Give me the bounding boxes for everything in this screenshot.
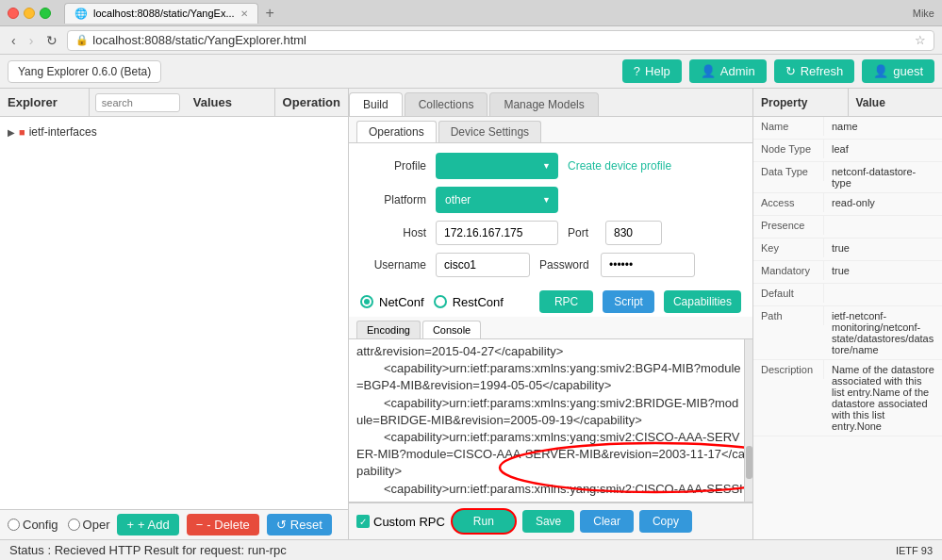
password-input[interactable]	[601, 253, 695, 277]
close-button[interactable]	[8, 8, 19, 19]
oper-radio-label[interactable]: Oper	[68, 518, 110, 532]
maximize-button[interactable]	[40, 8, 51, 19]
property-row: Accessread-only	[753, 193, 942, 216]
prop-val: true	[824, 261, 942, 280]
refresh-icon: ↻	[785, 64, 796, 78]
reset-label: Reset	[290, 518, 322, 532]
property-row: Keytrue	[753, 239, 942, 261]
back-button[interactable]: ‹	[8, 31, 20, 50]
oper-radio[interactable]	[68, 519, 80, 531]
script-button[interactable]: Script	[603, 290, 654, 313]
config-radio[interactable]	[8, 519, 20, 531]
netconf-radio-row[interactable]: NetConf	[360, 295, 424, 309]
platform-select[interactable]: other	[436, 187, 558, 213]
username-row: Username Password	[360, 253, 741, 277]
delete-button[interactable]: − - Delete	[187, 514, 259, 535]
tree-item-ietf-interfaces[interactable]: ▶ ■ ietf-interfaces	[0, 123, 348, 141]
address-box[interactable]: 🔒 localhost:8088/static/YangExplorer.htm…	[67, 30, 934, 51]
console-area[interactable]: attr&revision=2015-04-27</capability> <c…	[349, 339, 752, 502]
config-radio-label[interactable]: Config	[8, 518, 58, 532]
tab-build[interactable]: Build	[349, 92, 403, 116]
host-label: Host	[360, 226, 426, 239]
username-label: Username	[360, 258, 426, 272]
prop-key: Data Type	[753, 162, 824, 181]
help-button[interactable]: ? Help	[622, 59, 682, 83]
reload-button[interactable]: ↻	[42, 31, 61, 50]
radio-group: Config Oper	[8, 518, 109, 532]
forward-button[interactable]: ›	[25, 31, 38, 50]
password-label: Password	[539, 258, 591, 272]
browser-tab[interactable]: 🌐 localhost:8088/static/YangEx... ✕	[64, 3, 258, 24]
prop-val: read-only	[824, 193, 942, 212]
console-tab[interactable]: Console	[422, 321, 481, 338]
netconf-label: NetConf	[379, 295, 424, 309]
vertical-scrollbar[interactable]	[744, 339, 752, 502]
copy-button[interactable]: Copy	[639, 510, 692, 533]
reset-button[interactable]: ↺ Reset	[267, 514, 332, 535]
properties-container: NamenameNode TypeleafData Typenetconf-da…	[753, 117, 942, 436]
port-label: Port	[568, 226, 596, 239]
reset-icon: ↺	[276, 518, 287, 532]
main-tabs-row: Build Collections Manage Models	[349, 89, 752, 117]
sub-tab-operations[interactable]: Operations	[356, 121, 437, 142]
profile-select-wrapper[interactable]	[436, 153, 558, 179]
tab-manage-models[interactable]: Manage Models	[489, 92, 598, 116]
rpc-button[interactable]: RPC	[539, 290, 593, 313]
restconf-radio-row[interactable]: RestConf	[434, 295, 504, 309]
create-profile-link[interactable]: Create device profile	[568, 159, 671, 173]
prop-val	[824, 284, 942, 291]
status-text: Status : Recieved HTTP Result for reques…	[9, 543, 287, 557]
statusbar: Status : Recieved HTTP Result for reques…	[0, 539, 942, 560]
profile-select[interactable]	[436, 153, 558, 179]
tab-title: localhost:8088/static/YangEx...	[93, 8, 235, 19]
prop-key: Description	[753, 360, 824, 379]
prop-header-property: Property	[753, 89, 848, 116]
encoding-tab[interactable]: Encoding	[356, 321, 421, 338]
bookmark-icon[interactable]: ☆	[915, 33, 926, 47]
traffic-lights	[8, 8, 51, 19]
clear-button[interactable]: Clear	[580, 510, 634, 533]
app-toolbar: Yang Explorer 0.6.0 (Beta) ? Help 👤 Admi…	[0, 55, 942, 89]
property-row: DescriptionName of the datastore associa…	[753, 360, 942, 436]
property-row: Default	[753, 284, 942, 306]
guest-button[interactable]: 👤 guest	[862, 59, 934, 83]
minimize-button[interactable]	[24, 8, 35, 19]
search-input[interactable]	[95, 93, 180, 112]
tab-close-icon[interactable]: ✕	[240, 8, 248, 19]
restconf-radio-dot	[434, 295, 447, 308]
admin-label: Admin	[720, 64, 755, 78]
property-row: Namename	[753, 117, 942, 140]
sub-tabs-row: Operations Device Settings	[349, 117, 752, 143]
prop-val: name	[824, 117, 942, 136]
refresh-button[interactable]: ↻ Refresh	[774, 59, 855, 83]
prop-val: netconf-datastore-type	[824, 162, 942, 192]
profile-row: Profile Create device profile	[360, 153, 741, 179]
ietf-label: IETF 93	[896, 545, 933, 556]
prop-val: Name of the datastore associated with th…	[824, 360, 942, 436]
prop-key: Node Type	[753, 140, 824, 158]
guest-label: guest	[893, 64, 923, 78]
platform-select-wrapper[interactable]: other	[436, 187, 558, 213]
save-button[interactable]: Save	[522, 510, 574, 533]
port-input[interactable]	[605, 221, 662, 245]
custom-rpc-checkbox-row[interactable]: ✓ Custom RPC	[356, 515, 445, 529]
host-input[interactable]	[436, 221, 558, 245]
custom-rpc-label: Custom RPC	[373, 515, 445, 529]
explorer-header: Explorer Values Operation	[0, 89, 348, 117]
url-text: localhost:8088/static/YangExplorer.html	[92, 33, 306, 47]
run-area: ✓ Custom RPC Run Save Clear Copy	[349, 502, 752, 539]
module-icon: ■	[19, 126, 25, 138]
tab-collections[interactable]: Collections	[405, 92, 488, 116]
sub-tab-device-settings[interactable]: Device Settings	[438, 121, 541, 142]
scroll-thumb	[746, 446, 752, 479]
help-label: Help	[645, 64, 670, 78]
capabilities-button[interactable]: Capabilities	[664, 290, 741, 313]
new-tab-button[interactable]: +	[262, 5, 278, 22]
console-text: attr&revision=2015-04-27</capability> <c…	[356, 343, 745, 502]
tab-favicon: 🌐	[74, 8, 88, 20]
run-button[interactable]: Run	[451, 508, 517, 535]
admin-button[interactable]: 👤 Admin	[689, 59, 767, 83]
add-button[interactable]: + + Add	[117, 514, 178, 535]
username-input[interactable]	[436, 253, 530, 277]
delete-label: - Delete	[207, 518, 250, 532]
